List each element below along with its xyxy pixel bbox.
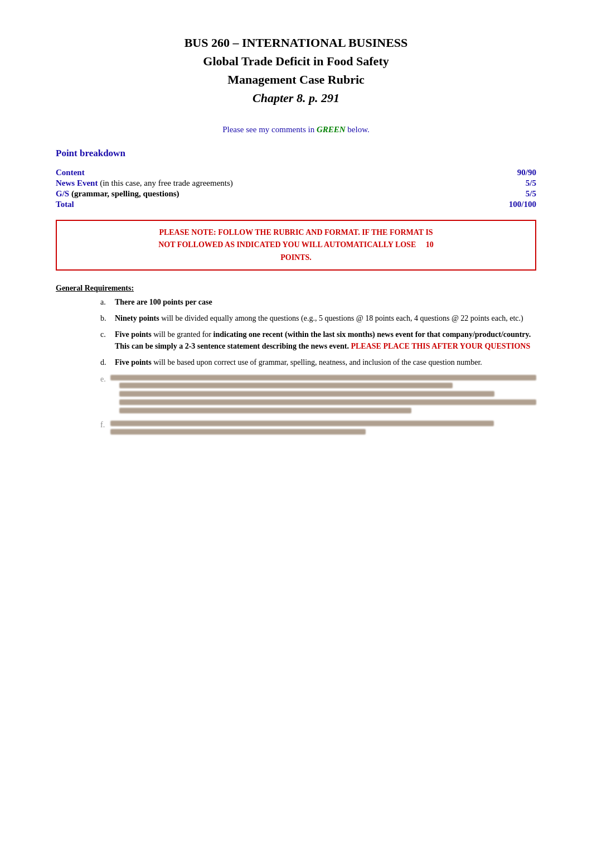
blurred-lines-2 <box>110 421 536 437</box>
req-text-b: Ninety points will be divided equally am… <box>115 312 523 324</box>
please-see-before: Please see my comments in <box>222 125 317 134</box>
blurred-line-2b <box>110 429 366 435</box>
blurred-dot-1: e. <box>100 375 106 416</box>
title-line3: Management Case Rubric <box>56 70 536 89</box>
content-label: Content <box>56 168 492 177</box>
req-letter-b: b. <box>100 312 110 324</box>
blurred-dot-2: f. <box>100 421 106 437</box>
req-item-d: d. Five points will be based upon correc… <box>100 356 536 368</box>
news-blue: News Event <box>56 179 98 187</box>
redacted-section: e. f. <box>56 375 536 437</box>
gs-label: G/S (grammar, spelling, questions) <box>56 189 492 199</box>
warning-text: PLEASE NOTE: FOLLOW THE RUBRIC AND FORMA… <box>158 228 434 262</box>
req-letter-a: a. <box>100 296 110 308</box>
document-header: BUS 260 – INTERNATIONAL BUSINESS Global … <box>56 33 536 107</box>
blurred-item-2: f. <box>100 421 536 437</box>
title-line4: Chapter 8. p. 291 <box>56 89 536 107</box>
total-value: 100/100 <box>492 200 536 209</box>
score-row-total: Total 100/100 <box>56 200 536 209</box>
requirements-list: a. There are 100 points per case b. Nine… <box>56 296 536 368</box>
general-requirements-section: General Requirements: a. There are 100 p… <box>56 284 536 437</box>
score-row-news: News Event (in this case, any free trade… <box>56 179 536 188</box>
gs-black: (grammar, spelling, questions) <box>71 189 179 198</box>
score-section: Content 90/90 News Event (in this case, … <box>56 168 536 209</box>
general-requirements-title: General Requirements: <box>56 284 536 293</box>
blurred-line-1d <box>119 399 536 405</box>
req-letter-c: c. <box>100 329 110 352</box>
green-word: GREEN <box>317 125 346 134</box>
please-see-after: below. <box>346 125 370 134</box>
blurred-item-1: e. <box>100 375 536 416</box>
point-breakdown-title: Point breakdown <box>56 148 536 159</box>
score-row-content: Content 90/90 <box>56 168 536 177</box>
req-item-a: a. There are 100 points per case <box>100 296 536 308</box>
req-text-c: Five points will be granted for indicati… <box>115 329 536 352</box>
req-text-d: Five points will be based upon correct u… <box>115 356 482 368</box>
news-black: (in this case, any free trade agreements… <box>100 179 233 187</box>
blurred-lines-1 <box>110 375 536 416</box>
req-item-b: b. Ninety points will be divided equally… <box>100 312 536 324</box>
title-line2: Global Trade Deficit in Food Safety <box>56 52 536 70</box>
blurred-line-1b <box>119 383 453 388</box>
req-text-a: There are 100 points per case <box>115 296 212 308</box>
blurred-line-1e <box>119 408 411 413</box>
gs-blue: G/S <box>56 189 69 198</box>
news-value: 5/5 <box>492 179 536 188</box>
req-letter-d: d. <box>100 356 110 368</box>
gs-value: 5/5 <box>492 189 536 199</box>
total-label: Total <box>56 200 492 209</box>
content-value: 90/90 <box>492 168 536 177</box>
news-label: News Event (in this case, any free trade… <box>56 179 492 188</box>
blurred-line-1c <box>119 391 494 397</box>
blurred-line-1a <box>110 375 536 380</box>
please-see-notice: Please see my comments in GREEN below. <box>56 125 536 134</box>
blurred-line-2a <box>110 421 494 426</box>
score-row-gs: G/S (grammar, spelling, questions) 5/5 <box>56 189 536 199</box>
warning-notice: PLEASE NOTE: FOLLOW THE RUBRIC AND FORMA… <box>56 220 536 271</box>
title-line1: BUS 260 – INTERNATIONAL BUSINESS <box>56 33 536 52</box>
req-item-c: c. Five points will be granted for indic… <box>100 329 536 352</box>
